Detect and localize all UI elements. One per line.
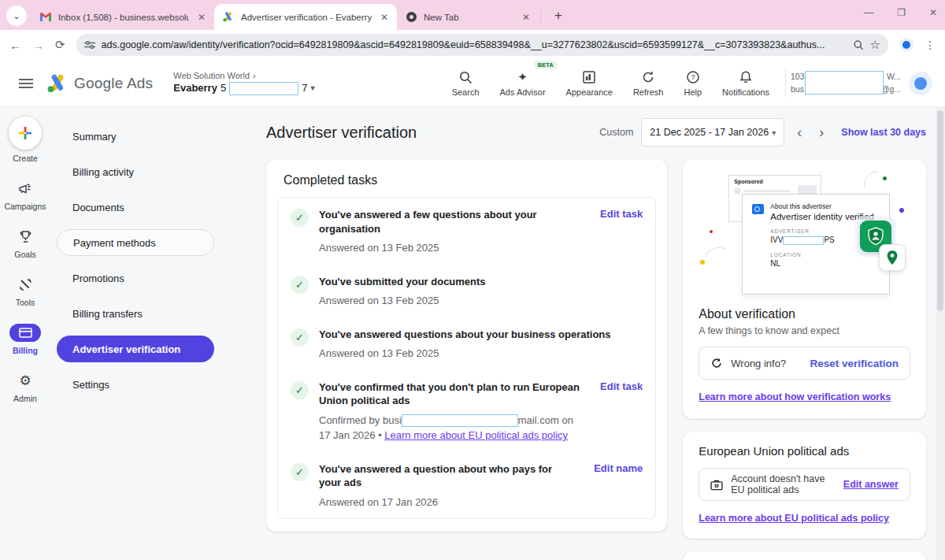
eu-learn-more-link[interactable]: Learn more about EU political ads policy <box>699 513 889 524</box>
account-info-name: W... <box>887 71 901 83</box>
task-subtitle: Answered on 13 Feb 2025 <box>319 293 643 309</box>
new-tab-button[interactable]: + <box>549 8 568 24</box>
zoom-icon[interactable] <box>853 39 864 50</box>
task-title: You've submitted your documents <box>319 275 643 289</box>
tab-divider <box>540 9 541 24</box>
rail-item-goals[interactable]: Goals <box>9 228 41 259</box>
account-caret-icon[interactable]: ▾ <box>310 83 314 94</box>
rail-item-admin[interactable]: ⚙ Admin <box>9 372 41 403</box>
account-name[interactable]: Evaberry <box>173 82 217 95</box>
edit-task-link[interactable]: Edit task <box>600 208 643 256</box>
tab-google-ads[interactable]: Advertiser verification - Evaberry - ✕ <box>214 4 397 30</box>
date-range-picker[interactable]: 21 Dec 2025 - 17 Jan 2026 ▾ <box>641 118 784 146</box>
refresh-icon <box>641 70 655 84</box>
manager-account-name[interactable]: Web Solution World <box>173 71 250 82</box>
tasks-list: ✓ You've answered a few questions about … <box>277 197 656 519</box>
nav-rail: Create Campaigns Goals Tools <box>0 107 50 560</box>
edit-name-link[interactable]: Edit name <box>594 462 643 510</box>
close-button[interactable]: ✕ <box>929 7 937 18</box>
subnav-item-documents[interactable]: Documents <box>57 194 214 221</box>
subnav-item-payment-methods[interactable]: Payment methods <box>57 229 214 256</box>
page-title: Advertiser verification <box>266 124 417 142</box>
subnav-item-promotions[interactable]: Promotions <box>57 265 214 291</box>
verification-illustration: Sponsored <box>699 172 910 296</box>
tab-close-icon[interactable]: ✕ <box>378 11 391 24</box>
custom-label: Custom <box>599 127 633 138</box>
main-panel: Advertiser verification Custom 21 Dec 20… <box>239 107 945 560</box>
check-icon: ✓ <box>291 328 309 347</box>
eu-card-heading: European Union political ads <box>699 444 910 458</box>
site-settings-icon[interactable] <box>84 40 95 50</box>
brand-text: Google Ads <box>74 75 153 92</box>
account-info-email: bus <box>791 83 804 96</box>
redaction-box <box>402 414 518 427</box>
appearance-button[interactable]: Appearance <box>566 70 613 97</box>
restore-button[interactable]: ❐ <box>897 7 906 18</box>
check-icon: ✓ <box>291 276 309 294</box>
subnav-item-settings[interactable]: Settings <box>57 371 214 398</box>
bookmark-star-icon[interactable]: ☆ <box>870 38 880 52</box>
account-id-suffix: 7 <box>302 82 307 95</box>
about-verification-subheading: A few things to know and expect <box>699 325 910 336</box>
notifications-button[interactable]: Notifications <box>722 70 769 97</box>
breadcrumb-chevron-icon: › <box>253 71 256 82</box>
browser-menu-icon[interactable]: ⋮ <box>925 39 936 51</box>
ads-funded-by-card: Ads funded by IVPS Edit name Learn more … <box>683 551 926 560</box>
task-title: You've answered a few questions about yo… <box>319 208 582 235</box>
refresh-button[interactable]: Refresh <box>633 70 664 97</box>
task-row: ✓ You've submitted your documents Answer… <box>278 265 655 317</box>
rail-item-create[interactable]: Create <box>9 117 42 163</box>
edit-task-link[interactable]: Edit task <box>600 380 643 443</box>
back-icon[interactable]: ← <box>9 39 21 52</box>
rail-item-tools[interactable]: Tools <box>9 276 41 307</box>
subnav-item-summary[interactable]: Summary <box>57 123 214 150</box>
rail-item-billing[interactable]: Billing <box>9 324 41 355</box>
verification-learn-more-link[interactable]: Learn more about how verification works <box>699 391 891 402</box>
ads-advisor-button[interactable]: BETA ✦ Ads Advisor <box>500 70 546 97</box>
scrollbar-thumb[interactable] <box>937 110 943 311</box>
scrollbar[interactable] <box>936 107 945 560</box>
help-button[interactable]: ? Help <box>684 70 702 97</box>
forward-icon[interactable]: → <box>32 39 44 52</box>
reload-icon[interactable]: ⟳ <box>55 38 65 52</box>
subnav-item-advertiser-verification[interactable]: Advertiser verification <box>57 336 214 362</box>
tab-search-button[interactable]: ⌄ <box>6 6 27 26</box>
browser-tab-strip: ⌄ Inbox (1,508) - business.websoluti ✕ A… <box>0 0 945 30</box>
prev-period-button[interactable]: ‹ <box>792 124 806 141</box>
search-nav-button[interactable]: Search <box>452 70 480 97</box>
tab-close-icon[interactable]: ✕ <box>195 11 208 24</box>
location-value: NL <box>770 259 874 268</box>
account-info-block[interactable]: 103W... bus@g... <box>791 71 901 96</box>
task-title: You've answered questions about your bus… <box>319 328 643 342</box>
history-icon <box>710 357 723 369</box>
tab-new-tab[interactable]: New Tab ✕ <box>397 4 539 30</box>
hamburger-menu-icon[interactable] <box>19 79 33 88</box>
avatar[interactable] <box>909 72 932 95</box>
subnav-item-billing-transfers[interactable]: Billing transfers <box>57 300 214 327</box>
notifications-label: Notifications <box>722 87 769 97</box>
tab-title: New Tab <box>424 13 513 22</box>
svg-text:?: ? <box>691 73 695 81</box>
tab-search-caret-icon: ⌄ <box>13 11 20 21</box>
account-switcher[interactable]: Web Solution World › Evaberry 5 7 ▾ <box>173 71 314 95</box>
edit-answer-link[interactable]: Edit answer <box>843 479 899 490</box>
extension-icon[interactable] <box>899 38 914 52</box>
show-last-30-days-link[interactable]: Show last 30 days <box>841 127 926 138</box>
briefcase-icon <box>710 479 723 491</box>
minimize-button[interactable]: — <box>864 7 873 18</box>
tab-gmail[interactable]: Inbox (1,508) - business.websoluti ✕ <box>32 4 214 30</box>
next-period-button[interactable]: › <box>814 124 828 141</box>
reset-verification-link[interactable]: Reset verification <box>810 358 899 369</box>
address-bar[interactable]: ads.google.com/aw/identity/verification?… <box>76 34 888 56</box>
task-subtitle: Answered on 17 Jan 2026 <box>319 495 576 510</box>
date-range-value: 21 Dec 2025 - 17 Jan 2026 <box>650 127 769 138</box>
decor-dot <box>899 208 904 213</box>
billing-card-icon <box>9 324 41 342</box>
rail-item-campaigns[interactable]: Campaigns <box>4 180 46 211</box>
tab-close-icon[interactable]: ✕ <box>520 11 532 24</box>
window-controls: — ❐ ✕ <box>864 0 937 25</box>
eu-policy-link[interactable]: Learn more about EU political ads policy <box>384 429 568 441</box>
sparkle-icon: ✦ <box>517 70 528 84</box>
subnav-item-billing-activity[interactable]: Billing activity <box>57 158 214 185</box>
appearance-icon <box>582 70 596 84</box>
